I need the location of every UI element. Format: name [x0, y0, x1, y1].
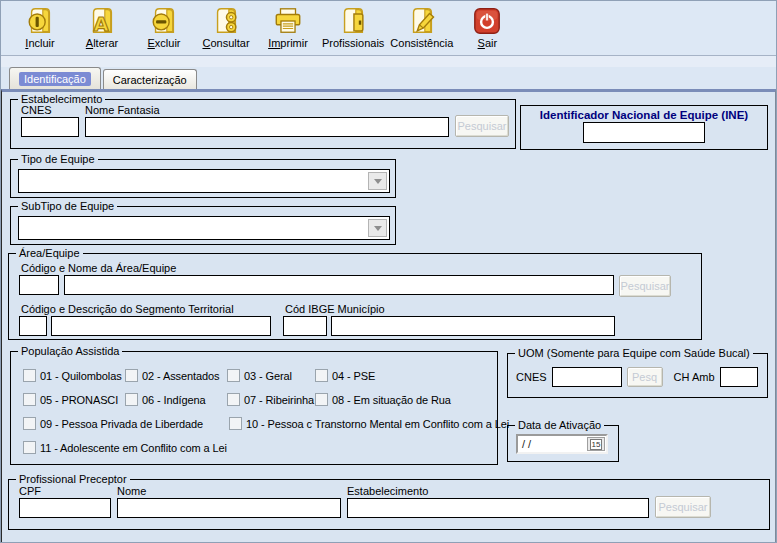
- checkbox-icon[interactable]: [227, 369, 240, 382]
- identificacao-tab-panel: Estabelecimento CNES Nome Fantasia Pesqu…: [1, 89, 776, 543]
- toolbar-button-label: Incluir: [25, 37, 54, 49]
- checkbox-icon[interactable]: [229, 417, 242, 430]
- tipo-equipe-dropdown-button[interactable]: [368, 172, 387, 190]
- data-ativacao-group: Data de Ativação / / 15: [507, 425, 619, 462]
- populacao-assistida-group-title: População Assistida: [18, 344, 122, 358]
- preceptor-pesquisar-button[interactable]: Pesquisar: [655, 496, 711, 518]
- toolbar-button-consistencia[interactable]: Consistência: [387, 5, 456, 49]
- tab-label: Caracterização: [113, 74, 187, 86]
- ibge-municipio-label: Cód IBGE Município: [285, 303, 695, 315]
- preceptor-nome-label: Nome: [117, 485, 341, 497]
- area-nome-input[interactable]: [64, 275, 614, 295]
- checkbox-icon[interactable]: [315, 369, 328, 382]
- data-ativacao-value: / /: [522, 438, 587, 450]
- checkbox-icon[interactable]: [125, 393, 138, 406]
- data-ativacao-field[interactable]: / / 15: [516, 434, 608, 454]
- ibge-codigo-input[interactable]: [283, 316, 327, 336]
- population-option-label: 04 - PSE: [332, 370, 375, 382]
- tipo-equipe-group: Tipo de Equipe: [10, 159, 396, 198]
- toolbar-button-sair[interactable]: Sair: [456, 5, 518, 49]
- population-option-label: 08 - Em situação de Rua: [332, 394, 451, 406]
- toolbar-button-label: Profissionais: [322, 37, 384, 49]
- toolbar: IncluirAAlterarExcluirConsultarImprimirP…: [1, 1, 776, 56]
- population-option-label: 01 - Quilombolas: [40, 370, 122, 382]
- profissional-preceptor-group: Profissional Preceptor CPF Nome Estabele…: [8, 479, 770, 530]
- population-option[interactable]: 09 - Pessoa Privada de Liberdade: [23, 417, 229, 430]
- tipo-equipe-combobox[interactable]: [18, 169, 390, 193]
- area-equipe-group-title: Área/Equipe: [16, 246, 83, 260]
- area-equipe-group: Área/Equipe Código e Nome da Área/Equipe…: [8, 253, 702, 340]
- estabelecimento-group-title: Estabelecimento: [18, 92, 105, 106]
- population-option[interactable]: 07 - Ribeirinha: [227, 393, 315, 406]
- toolbar-button-label: Consultar: [202, 37, 249, 49]
- sair-icon: [472, 6, 502, 36]
- checkbox-icon[interactable]: [23, 417, 36, 430]
- area-pesquisar-button[interactable]: Pesquisar: [619, 275, 671, 297]
- ine-title: Identificador Nacional de Equipe (INE): [540, 109, 748, 121]
- segmento-descricao-input[interactable]: [51, 316, 271, 336]
- ch-amb-input[interactable]: [720, 367, 758, 387]
- uom-cnes-label: CNES: [516, 371, 547, 383]
- ine-input[interactable]: [583, 122, 705, 143]
- segmento-territorial-label: Código e Descrição do Segmento Territori…: [21, 303, 271, 315]
- population-option[interactable]: 11 - Adolescente em Conflito com a Lei: [23, 441, 227, 454]
- checkbox-icon[interactable]: [315, 393, 328, 406]
- population-rows: 01 - Quilombolas02 - Assentados03 - Gera…: [23, 369, 497, 454]
- subtipo-equipe-group-title: SubTipo de Equipe: [18, 199, 117, 213]
- checkbox-icon[interactable]: [23, 393, 36, 406]
- consultar-icon: [211, 6, 241, 36]
- uom-group: UOM (Somente para Equipe com Saúde Bucal…: [507, 353, 768, 398]
- imprimir-icon: [273, 6, 303, 36]
- preceptor-estabelecimento-input[interactable]: [347, 498, 649, 518]
- uom-cnes-input[interactable]: [552, 367, 622, 387]
- chevron-down-icon: [374, 226, 382, 231]
- ibge-municipio-input[interactable]: [331, 316, 615, 336]
- population-option[interactable]: 05 - PRONASCI: [23, 393, 125, 406]
- estabelecimento-pesquisar-button[interactable]: Pesquisar: [455, 115, 509, 137]
- tipo-equipe-group-title: Tipo de Equipe: [18, 152, 98, 166]
- excluir-icon: [149, 6, 179, 36]
- checkbox-icon[interactable]: [125, 369, 138, 382]
- population-option[interactable]: 01 - Quilombolas: [23, 369, 125, 382]
- population-option[interactable]: 06 - Indígena: [125, 393, 227, 406]
- subtipo-equipe-combobox[interactable]: [18, 216, 390, 240]
- data-ativacao-group-title: Data de Ativação: [515, 418, 604, 432]
- profissionais-icon: [338, 6, 368, 36]
- population-option[interactable]: 08 - Em situação de Rua: [315, 393, 451, 406]
- population-option-label: 10 - Pessoa c Transtorno Mental em Confl…: [246, 418, 509, 430]
- population-option[interactable]: 02 - Assentados: [125, 369, 227, 382]
- ch-amb-label: CH Amb: [674, 371, 715, 383]
- nome-fantasia-label: Nome Fantasia: [85, 104, 449, 116]
- toolbar-button-label: Sair: [478, 37, 498, 49]
- tab-identificacao[interactable]: Identificação: [9, 67, 101, 89]
- toolbar-button-consultar[interactable]: Consultar: [195, 5, 257, 49]
- codigo-nome-area-label: Código e Nome da Área/Equipe: [21, 262, 695, 274]
- toolbar-button-label: Excluir: [147, 37, 180, 49]
- checkbox-icon[interactable]: [23, 369, 36, 382]
- toolbar-button-profissionais[interactable]: Profissionais: [319, 5, 387, 49]
- toolbar-button-alterar[interactable]: AAlterar: [71, 5, 133, 49]
- profissional-preceptor-group-title: Profissional Preceptor: [16, 472, 130, 486]
- area-codigo-input[interactable]: [19, 275, 59, 295]
- population-option[interactable]: 04 - PSE: [315, 369, 375, 382]
- calendar-button[interactable]: 15: [587, 437, 605, 451]
- cnes-input[interactable]: [21, 117, 79, 137]
- population-option-label: 05 - PRONASCI: [40, 394, 118, 406]
- checkbox-icon[interactable]: [23, 441, 36, 454]
- toolbar-button-excluir[interactable]: Excluir: [133, 5, 195, 49]
- checkbox-icon[interactable]: [227, 393, 240, 406]
- subtipo-equipe-dropdown-button[interactable]: [368, 219, 387, 237]
- nome-fantasia-input[interactable]: [85, 117, 449, 137]
- subtipo-equipe-group: SubTipo de Equipe: [10, 206, 396, 245]
- population-option[interactable]: 10 - Pessoa c Transtorno Mental em Confl…: [229, 417, 509, 430]
- tab-caracterizacao[interactable]: Caracterização: [103, 69, 197, 89]
- cpf-input[interactable]: [19, 498, 111, 518]
- population-option[interactable]: 03 - Geral: [227, 369, 315, 382]
- population-option-label: 11 - Adolescente em Conflito com a Lei: [40, 442, 227, 454]
- uom-pesq-button[interactable]: Pesq: [627, 367, 663, 387]
- toolbar-button-label: Imprimir: [268, 37, 308, 49]
- segmento-codigo-input[interactable]: [19, 316, 47, 336]
- preceptor-nome-input[interactable]: [117, 498, 341, 518]
- toolbar-button-imprimir[interactable]: Imprimir: [257, 5, 319, 49]
- toolbar-button-incluir[interactable]: Incluir: [9, 5, 71, 49]
